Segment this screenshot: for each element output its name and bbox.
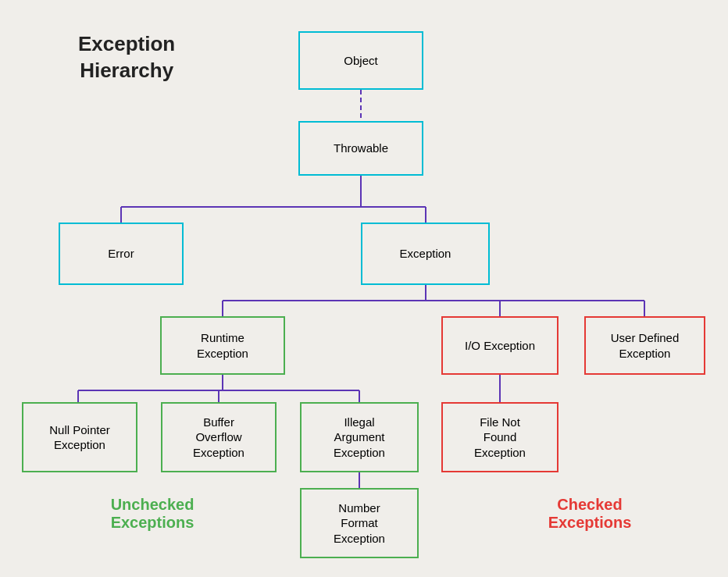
node-number-format-exception: NumberFormatException [300,488,419,558]
node-buffer-overflow-exception: BufferOverflowException [161,402,277,472]
label-unchecked-exceptions: UncheckedExceptions [78,496,227,532]
node-null-pointer-exception: Null PointerException [22,402,137,472]
node-exception: Exception [361,223,490,285]
label-checked-exceptions: CheckedExceptions [516,496,664,532]
node-object: Object [298,31,423,90]
node-illegal-argument-exception: IllegalArgumentException [300,402,419,472]
node-io-exception: I/O Exception [441,316,558,375]
node-error: Error [59,223,184,285]
node-runtime-exception: RuntimeException [160,316,285,375]
node-file-not-found-exception: File NotFoundException [441,402,558,472]
diagram-container: ExceptionHierarchy [0,0,728,577]
diagram-title: ExceptionHierarchy [78,31,175,84]
node-throwable: Throwable [298,121,423,176]
node-user-defined-exception: User DefinedException [584,316,705,375]
